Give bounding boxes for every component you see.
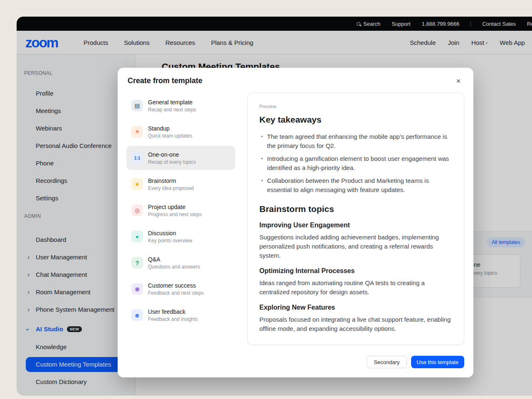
topic-body: Ideas ranged from automating routine QA … xyxy=(259,278,452,297)
spark-icon: ★ xyxy=(131,178,143,190)
template-option-project-update[interactable]: ◎ Project update Progress and next steps xyxy=(126,198,235,222)
topic-title: Improving User Engagement xyxy=(259,221,452,229)
template-desc: Progress and next steps xyxy=(148,212,202,217)
template-option-general[interactable]: ▤ General template Recap and next steps xyxy=(126,94,235,118)
template-desc: Quick team updates xyxy=(148,133,192,139)
template-option-customer-success[interactable]: ◉ Customer success Feedback and next ste… xyxy=(126,277,235,301)
template-option-user-feedback[interactable]: ☻ User feedback Feedback and insights xyxy=(126,303,235,327)
preview-heading-brainstorm-topics: Brainstorm topics xyxy=(259,204,452,214)
preview-heading-key-takeaways: Key takeaways xyxy=(259,114,452,125)
takeaways-list: The team agreed that enhancing the mobil… xyxy=(259,132,452,195)
template-preview-panel: Preview Key takeaways The team agreed th… xyxy=(247,93,464,345)
template-desc: Questions and answers xyxy=(148,264,200,270)
template-desc: Recap of every topics xyxy=(148,159,196,165)
template-text: User feedback Feedback and insights xyxy=(148,308,198,322)
template-desc: Recap and next steps xyxy=(148,107,196,113)
topic-body: Suggestions included adding achievement … xyxy=(259,233,452,260)
template-name: Brainstorm xyxy=(148,177,194,184)
one-on-one-icon: 1:1 xyxy=(131,152,143,164)
takeaway-item: Collaboration between the Product and Ma… xyxy=(259,176,452,195)
template-icon: ▤ xyxy=(131,100,143,111)
chat-bubble-icon: ● xyxy=(131,231,143,242)
template-list: ▤ General template Recap and next steps … xyxy=(126,94,235,329)
takeaway-text: The team agreed that enhancing the mobil… xyxy=(267,132,452,150)
takeaway-text: Collaboration between the Product and Ma… xyxy=(267,176,452,195)
template-text: Discussion Key points overview xyxy=(148,230,192,244)
template-desc: Key points overview xyxy=(148,238,192,244)
medal-icon: ◉ xyxy=(131,283,143,295)
template-name: General template xyxy=(148,99,196,106)
target-icon: ◎ xyxy=(131,204,143,216)
create-from-template-modal: Create from template × ▤ General templat… xyxy=(118,68,473,377)
preview-heading-action-items: Action items xyxy=(259,343,452,345)
template-name: Q&A xyxy=(148,256,200,263)
template-option-one-on-one[interactable]: 1:1 One-on-one Recap of every topics xyxy=(126,146,235,170)
takeaway-item: Introducing a gamification element to bo… xyxy=(259,154,452,172)
template-desc: Every idea proposed xyxy=(148,185,194,191)
preview-label: Preview xyxy=(259,104,452,109)
template-text: Brainstorm Every idea proposed xyxy=(148,177,194,191)
app-window: Search Support 1.888.799.9666 Contact Sa… xyxy=(17,17,532,396)
close-icon[interactable]: × xyxy=(453,75,464,87)
template-name: Project update xyxy=(148,204,202,210)
question-icon: ? xyxy=(131,257,143,268)
template-text: Q&A Questions and answers xyxy=(148,256,200,270)
modal-title: Create from template xyxy=(128,76,202,85)
topic-body: Proposals focused on integrating a live … xyxy=(259,315,452,333)
template-name: Discussion xyxy=(148,230,192,236)
template-text: One-on-one Recap of every topics xyxy=(148,151,196,165)
secondary-button[interactable]: Secondary xyxy=(367,356,406,368)
takeaway-text: Introducing a gamification element to bo… xyxy=(267,154,452,172)
template-text: General template Recap and next steps xyxy=(148,99,196,113)
topic-title: Exploring New Features xyxy=(259,303,452,312)
takeaway-item: The team agreed that enhancing the mobil… xyxy=(259,132,452,150)
topic-title: Optimizing Internal Processes xyxy=(259,267,452,275)
template-text: Standup Quick team updates xyxy=(148,125,192,139)
template-desc: Feedback and insights xyxy=(148,316,198,322)
template-text: Project update Progress and next steps xyxy=(148,204,202,217)
template-name: Customer success xyxy=(148,282,204,289)
modal-footer: Secondary Use this template xyxy=(367,356,464,368)
template-name: User feedback xyxy=(148,308,198,315)
sun-icon: ☀ xyxy=(131,126,143,138)
template-option-brainstorm[interactable]: ★ Brainstorm Every idea proposed xyxy=(126,172,235,196)
use-this-template-button[interactable]: Use this template xyxy=(411,356,464,368)
template-option-standup[interactable]: ☀ Standup Quick team updates xyxy=(126,120,235,144)
template-name: One-on-one xyxy=(148,151,196,158)
person-icon: ☻ xyxy=(131,309,143,321)
template-text: Customer success Feedback and next steps xyxy=(148,282,204,296)
template-desc: Feedback and next steps xyxy=(148,290,204,296)
template-option-qa[interactable]: ? Q&A Questions and answers xyxy=(126,251,235,275)
template-name: Standup xyxy=(148,125,192,132)
template-option-discussion[interactable]: ● Discussion Key points overview xyxy=(126,224,235,249)
